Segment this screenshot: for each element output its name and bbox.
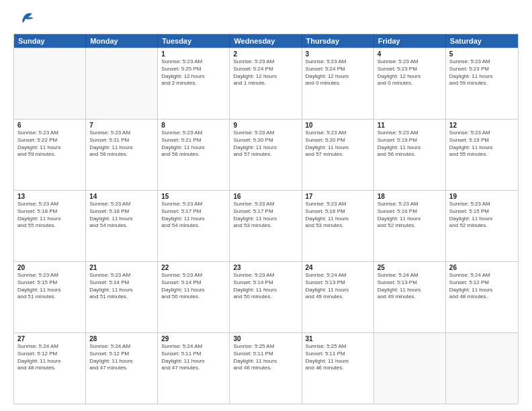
day-info: Sunrise: 5:23 AM Sunset: 5:15 PM Dayligh…	[449, 201, 515, 230]
day-number: 28	[89, 335, 154, 342]
logo-bird-icon	[15, 11, 35, 31]
calendar-day-22: 22Sunrise: 5:23 AM Sunset: 5:14 PM Dayli…	[158, 262, 230, 332]
calendar-day-25: 25Sunrise: 5:24 AM Sunset: 5:13 PM Dayli…	[374, 262, 446, 332]
weekday-header-sunday: Sunday	[14, 34, 86, 48]
calendar: SundayMondayTuesdayWednesdayThursdayFrid…	[13, 34, 519, 404]
weekday-header-thursday: Thursday	[302, 34, 374, 48]
calendar-row-1: 1Sunrise: 5:23 AM Sunset: 5:25 PM Daylig…	[14, 48, 518, 119]
day-info: Sunrise: 5:23 AM Sunset: 5:24 PM Dayligh…	[306, 58, 370, 87]
calendar-day-7: 7Sunrise: 5:23 AM Sunset: 5:21 PM Daylig…	[86, 120, 158, 190]
day-info: Sunrise: 5:23 AM Sunset: 5:20 PM Dayligh…	[306, 130, 370, 158]
day-number: 1	[161, 50, 226, 58]
day-info: Sunrise: 5:23 AM Sunset: 5:22 PM Dayligh…	[17, 130, 82, 158]
day-info: Sunrise: 5:23 AM Sunset: 5:19 PM Dayligh…	[449, 130, 515, 158]
day-info: Sunrise: 5:23 AM Sunset: 5:24 PM Dayligh…	[233, 58, 298, 87]
day-number: 27	[17, 335, 82, 342]
day-number: 7	[89, 122, 154, 129]
day-info: Sunrise: 5:23 AM Sunset: 5:14 PM Dayligh…	[233, 272, 298, 301]
day-info: Sunrise: 5:23 AM Sunset: 5:21 PM Dayligh…	[89, 130, 154, 158]
calendar-empty-cell	[86, 48, 158, 119]
day-info: Sunrise: 5:23 AM Sunset: 5:25 PM Dayligh…	[161, 58, 226, 87]
calendar-day-2: 2Sunrise: 5:23 AM Sunset: 5:24 PM Daylig…	[230, 48, 302, 119]
calendar-empty-cell	[14, 48, 86, 119]
day-info: Sunrise: 5:23 AM Sunset: 5:19 PM Dayligh…	[378, 130, 442, 158]
day-info: Sunrise: 5:24 AM Sunset: 5:13 PM Dayligh…	[378, 272, 442, 301]
calendar-day-14: 14Sunrise: 5:23 AM Sunset: 5:18 PM Dayli…	[86, 191, 158, 261]
day-number: 19	[449, 193, 515, 200]
day-number: 21	[89, 264, 154, 271]
calendar-day-29: 29Sunrise: 5:24 AM Sunset: 5:11 PM Dayli…	[158, 333, 230, 404]
day-info: Sunrise: 5:24 AM Sunset: 5:12 PM Dayligh…	[449, 272, 515, 301]
day-number: 15	[161, 193, 226, 200]
calendar-day-15: 15Sunrise: 5:23 AM Sunset: 5:17 PM Dayli…	[158, 191, 230, 261]
calendar-row-4: 20Sunrise: 5:23 AM Sunset: 5:15 PM Dayli…	[14, 261, 518, 332]
calendar-day-26: 26Sunrise: 5:24 AM Sunset: 5:12 PM Dayli…	[446, 262, 518, 332]
day-number: 13	[17, 193, 82, 200]
calendar-row-3: 13Sunrise: 5:23 AM Sunset: 5:18 PM Dayli…	[14, 190, 518, 261]
day-number: 10	[306, 122, 370, 129]
calendar-day-20: 20Sunrise: 5:23 AM Sunset: 5:15 PM Dayli…	[14, 262, 86, 332]
day-number: 16	[233, 193, 298, 200]
calendar-header: SundayMondayTuesdayWednesdayThursdayFrid…	[14, 34, 518, 48]
day-info: Sunrise: 5:23 AM Sunset: 5:14 PM Dayligh…	[89, 272, 154, 301]
calendar-day-30: 30Sunrise: 5:25 AM Sunset: 5:11 PM Dayli…	[230, 333, 302, 404]
day-number: 31	[306, 335, 370, 342]
day-number: 26	[449, 264, 515, 271]
calendar-day-8: 8Sunrise: 5:23 AM Sunset: 5:21 PM Daylig…	[158, 120, 230, 190]
day-number: 22	[161, 264, 226, 271]
day-number: 3	[306, 50, 370, 58]
weekday-header-monday: Monday	[86, 34, 158, 48]
day-number: 20	[17, 264, 82, 271]
day-number: 2	[233, 50, 298, 58]
day-info: Sunrise: 5:24 AM Sunset: 5:13 PM Dayligh…	[306, 272, 370, 301]
day-info: Sunrise: 5:23 AM Sunset: 5:23 PM Dayligh…	[378, 58, 442, 87]
calendar-day-28: 28Sunrise: 5:24 AM Sunset: 5:12 PM Dayli…	[86, 333, 158, 404]
calendar-day-4: 4Sunrise: 5:23 AM Sunset: 5:23 PM Daylig…	[374, 48, 446, 119]
calendar-day-6: 6Sunrise: 5:23 AM Sunset: 5:22 PM Daylig…	[14, 120, 86, 190]
day-number: 24	[306, 264, 370, 271]
logo	[13, 11, 35, 28]
calendar-day-23: 23Sunrise: 5:23 AM Sunset: 5:14 PM Dayli…	[230, 262, 302, 332]
weekday-header-saturday: Saturday	[446, 34, 518, 48]
calendar-day-16: 16Sunrise: 5:23 AM Sunset: 5:17 PM Dayli…	[230, 191, 302, 261]
calendar-day-13: 13Sunrise: 5:23 AM Sunset: 5:18 PM Dayli…	[14, 191, 86, 261]
calendar-day-1: 1Sunrise: 5:23 AM Sunset: 5:25 PM Daylig…	[158, 48, 230, 119]
calendar-day-27: 27Sunrise: 5:24 AM Sunset: 5:12 PM Dayli…	[14, 333, 86, 404]
day-number: 14	[89, 193, 154, 200]
calendar-row-5: 27Sunrise: 5:24 AM Sunset: 5:12 PM Dayli…	[14, 332, 518, 404]
day-number: 25	[378, 264, 442, 271]
day-info: Sunrise: 5:23 AM Sunset: 5:16 PM Dayligh…	[306, 201, 370, 230]
page: SundayMondayTuesdayWednesdayThursdayFrid…	[0, 0, 532, 411]
calendar-day-9: 9Sunrise: 5:23 AM Sunset: 5:20 PM Daylig…	[230, 120, 302, 190]
day-number: 9	[233, 122, 298, 129]
day-number: 6	[17, 122, 82, 129]
day-number: 5	[449, 50, 515, 58]
day-info: Sunrise: 5:23 AM Sunset: 5:17 PM Dayligh…	[233, 201, 298, 230]
calendar-day-17: 17Sunrise: 5:23 AM Sunset: 5:16 PM Dayli…	[302, 191, 374, 261]
day-info: Sunrise: 5:24 AM Sunset: 5:12 PM Dayligh…	[17, 343, 82, 372]
day-number: 8	[161, 122, 226, 129]
day-info: Sunrise: 5:23 AM Sunset: 5:17 PM Dayligh…	[161, 201, 226, 230]
day-number: 11	[378, 122, 442, 129]
day-info: Sunrise: 5:23 AM Sunset: 5:21 PM Dayligh…	[161, 130, 226, 158]
calendar-body: 1Sunrise: 5:23 AM Sunset: 5:25 PM Daylig…	[14, 48, 518, 404]
day-info: Sunrise: 5:23 AM Sunset: 5:14 PM Dayligh…	[161, 272, 226, 301]
day-info: Sunrise: 5:25 AM Sunset: 5:11 PM Dayligh…	[233, 343, 298, 372]
day-number: 23	[233, 264, 298, 271]
header	[13, 11, 519, 28]
day-info: Sunrise: 5:24 AM Sunset: 5:11 PM Dayligh…	[161, 343, 226, 372]
calendar-day-21: 21Sunrise: 5:23 AM Sunset: 5:14 PM Dayli…	[86, 262, 158, 332]
day-number: 17	[306, 193, 370, 200]
day-number: 29	[161, 335, 226, 342]
calendar-empty-cell	[446, 333, 518, 404]
day-info: Sunrise: 5:24 AM Sunset: 5:12 PM Dayligh…	[89, 343, 154, 372]
day-number: 30	[233, 335, 298, 342]
weekday-header-wednesday: Wednesday	[230, 34, 302, 48]
calendar-day-12: 12Sunrise: 5:23 AM Sunset: 5:19 PM Dayli…	[446, 120, 518, 190]
calendar-day-18: 18Sunrise: 5:23 AM Sunset: 5:16 PM Dayli…	[374, 191, 446, 261]
day-info: Sunrise: 5:23 AM Sunset: 5:18 PM Dayligh…	[17, 201, 82, 230]
day-info: Sunrise: 5:25 AM Sunset: 5:11 PM Dayligh…	[306, 343, 370, 372]
day-info: Sunrise: 5:23 AM Sunset: 5:23 PM Dayligh…	[449, 58, 515, 87]
calendar-day-10: 10Sunrise: 5:23 AM Sunset: 5:20 PM Dayli…	[302, 120, 374, 190]
calendar-empty-cell	[374, 333, 446, 404]
